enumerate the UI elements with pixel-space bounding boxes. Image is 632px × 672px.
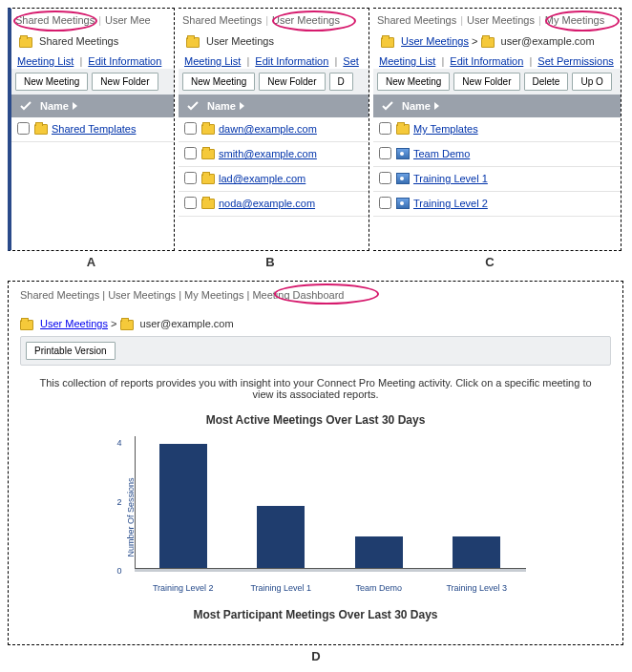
breadcrumb: User Meetings > user@example.com — [20, 312, 611, 336]
select-all-checkbox[interactable] — [17, 98, 34, 114]
action-bar: Meeting List | Edit Information — [11, 53, 174, 69]
row-checkbox[interactable] — [379, 147, 391, 159]
tab-my-meetings[interactable]: My Meetings — [184, 289, 243, 301]
list-item: smith@example.com — [179, 142, 369, 167]
column-name[interactable]: Name — [402, 100, 439, 112]
list-item: dawn@example.com — [179, 117, 369, 142]
breadcrumb-separator: > — [111, 318, 116, 329]
link-edit-information[interactable]: Edit Information — [450, 55, 523, 67]
breadcrumb-link[interactable]: User Meetings — [401, 35, 469, 47]
row-checkbox[interactable] — [184, 147, 197, 159]
button-row: New Meeting New Folder D — [179, 69, 369, 94]
breadcrumb: User Meetings — [179, 30, 369, 53]
action-bar: Meeting List | Edit Information | Set Pe… — [373, 53, 621, 69]
action-bar: Meeting List | Edit Information | Set — [179, 53, 369, 69]
sort-caret-icon — [73, 102, 77, 110]
bar[interactable] — [159, 444, 207, 568]
dashboard-description: This collection of reports provides you … — [20, 373, 611, 410]
panel-d: Shared Meetings | User Meetings | My Mee… — [8, 281, 623, 645]
row-checkbox[interactable] — [379, 172, 391, 184]
item-link[interactable]: Team Demo — [413, 148, 470, 159]
table-header: Name — [373, 94, 621, 117]
folder-icon — [201, 124, 215, 135]
new-meeting-button[interactable]: New Meeting — [182, 73, 255, 91]
x-tick-label: Training Level 1 — [232, 583, 330, 593]
tab-shared-meetings[interactable]: Shared Meetings — [377, 14, 456, 26]
delete-button[interactable]: D — [329, 73, 353, 91]
breadcrumb: Shared Meetings — [11, 30, 174, 53]
breadcrumb: User Meetings > user@example.com — [373, 30, 621, 53]
row-checkbox[interactable] — [184, 172, 197, 184]
item-link[interactable]: lad@example.com — [219, 173, 305, 184]
tab-my-meetings[interactable]: My Meetings — [545, 14, 604, 26]
tab-user-meetings[interactable]: User Meetings — [272, 14, 340, 26]
panel-label-a: A — [8, 255, 175, 269]
meeting-icon — [396, 148, 410, 159]
new-folder-button[interactable]: New Folder — [259, 73, 325, 91]
x-axis-labels: Training Level 2Training Level 1Team Dem… — [135, 583, 526, 593]
new-folder-button[interactable]: New Folder — [92, 73, 158, 91]
panel-label-c: C — [366, 255, 614, 269]
meeting-icon — [396, 173, 410, 184]
link-edit-information[interactable]: Edit Information — [255, 55, 328, 67]
folder-icon — [201, 174, 215, 184]
panel-b: Shared Meetings | User Meetings User Mee… — [179, 8, 369, 251]
tab-shared-meetings[interactable]: Shared Meetings — [182, 14, 262, 26]
item-link[interactable]: Shared Templates — [52, 123, 136, 135]
tab-meeting-dashboard[interactable]: Meeting Dashboard — [252, 289, 344, 301]
tab-shared-meetings[interactable]: Shared Meetings — [15, 14, 95, 26]
bar[interactable] — [355, 536, 403, 568]
item-link[interactable]: smith@example.com — [219, 148, 317, 159]
sort-caret-icon — [434, 102, 439, 110]
x-axis — [135, 568, 526, 572]
meeting-icon — [396, 198, 410, 209]
list-item: noda@example.com — [179, 192, 369, 217]
select-all-checkbox[interactable] — [379, 98, 396, 114]
item-link[interactable]: Training Level 2 — [413, 198, 488, 209]
breadcrumb-current: User Meetings — [206, 35, 274, 47]
link-meeting-list[interactable]: Meeting List — [379, 55, 435, 67]
item-link[interactable]: noda@example.com — [219, 198, 315, 209]
list-item: My Templates — [373, 117, 621, 142]
link-meeting-list[interactable]: Meeting List — [184, 55, 241, 67]
item-link[interactable]: My Templates — [413, 123, 478, 135]
tab-user-meetings[interactable]: User Mee — [105, 14, 151, 26]
new-meeting-button[interactable]: New Meeting — [377, 73, 450, 91]
folder-icon — [19, 37, 32, 48]
column-name[interactable]: Name — [207, 100, 244, 112]
table-header: Name — [179, 94, 369, 117]
printable-version-button[interactable]: Printable Version — [26, 342, 116, 360]
row-checkbox[interactable] — [379, 197, 391, 209]
link-edit-information[interactable]: Edit Information — [88, 55, 161, 67]
row-checkbox[interactable] — [17, 122, 30, 135]
link-set-permissions[interactable]: Set Permissions — [537, 55, 613, 67]
y-tick: 2 — [117, 497, 122, 507]
folder-icon — [481, 37, 495, 48]
breadcrumb-link[interactable]: User Meetings — [40, 318, 108, 329]
link-meeting-list[interactable]: Meeting List — [17, 55, 74, 67]
delete-button[interactable]: Delete — [524, 73, 569, 91]
new-folder-button[interactable]: New Folder — [453, 73, 519, 91]
tab-user-meetings[interactable]: User Meetings — [467, 14, 535, 26]
tab-user-meetings[interactable]: User Meetings — [108, 289, 176, 301]
select-all-checkbox[interactable] — [184, 98, 201, 114]
link-set-permissions[interactable]: Set — [343, 55, 359, 67]
breadcrumb-current: user@example.com — [140, 318, 234, 329]
folder-icon — [396, 124, 410, 135]
folder-icon — [20, 320, 33, 330]
item-list: dawn@example.com smith@example.com lad@e… — [179, 117, 369, 217]
new-meeting-button[interactable]: New Meeting — [15, 73, 88, 91]
table-header: Name — [11, 94, 174, 117]
row-checkbox[interactable] — [184, 197, 197, 209]
bar[interactable] — [257, 506, 305, 568]
item-link[interactable]: Training Level 1 — [413, 173, 488, 184]
button-row: New Meeting New Folder — [11, 69, 174, 94]
bar[interactable] — [453, 536, 500, 568]
column-name[interactable]: Name — [40, 100, 77, 112]
row-checkbox[interactable] — [379, 122, 391, 135]
row-checkbox[interactable] — [184, 122, 197, 135]
x-tick-label: Team Demo — [330, 583, 429, 593]
up-one-level-button[interactable]: Up O — [572, 73, 611, 91]
item-link[interactable]: dawn@example.com — [219, 123, 317, 135]
tab-shared-meetings[interactable]: Shared Meetings — [20, 289, 99, 301]
